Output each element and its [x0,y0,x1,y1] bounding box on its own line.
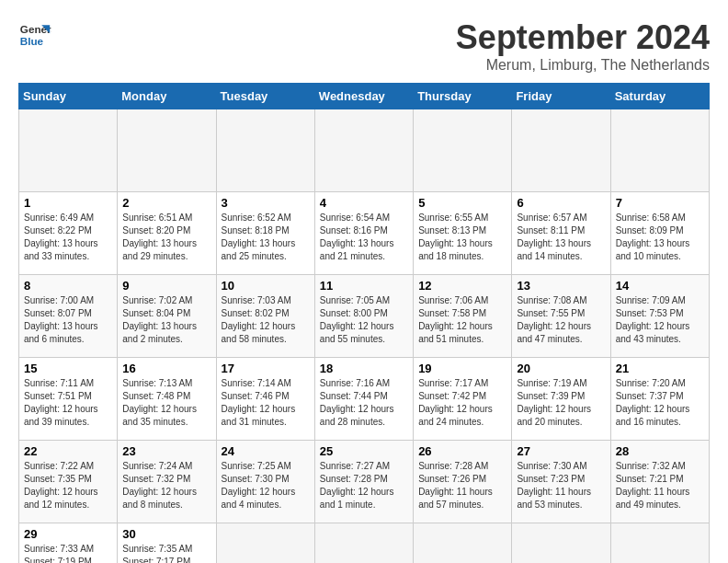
calendar-cell: 3Sunrise: 6:52 AM Sunset: 8:18 PM Daylig… [216,192,314,275]
day-number: 6 [517,196,605,210]
month-title: September 2024 [456,18,710,57]
day-number: 25 [320,444,408,458]
day-info: Sunrise: 7:16 AM Sunset: 7:44 PM Dayligh… [320,377,408,429]
title-block: September 2024 Merum, Limburg, The Nethe… [456,18,710,74]
calendar-cell: 25Sunrise: 7:27 AM Sunset: 7:28 PM Dayli… [314,441,413,523]
calendar-cell: 8Sunrise: 7:00 AM Sunset: 8:07 PM Daylig… [19,275,118,358]
calendar-cell: 17Sunrise: 7:14 AM Sunset: 7:46 PM Dayli… [216,358,314,441]
day-number: 12 [418,279,506,293]
day-number: 21 [616,362,704,375]
page-header: General Blue September 2024 Merum, Limbu… [18,18,710,74]
day-info: Sunrise: 6:54 AM Sunset: 8:16 PM Dayligh… [320,212,408,263]
day-number: 29 [24,527,112,541]
calendar-table: SundayMondayTuesdayWednesdayThursdayFrid… [18,83,710,563]
day-info: Sunrise: 6:51 AM Sunset: 8:20 PM Dayligh… [122,212,210,263]
day-number: 16 [122,362,210,375]
calendar-cell: 26Sunrise: 7:28 AM Sunset: 7:26 PM Dayli… [414,441,512,523]
day-info: Sunrise: 7:25 AM Sunset: 7:30 PM Dayligh… [222,460,310,511]
calendar-cell: 15Sunrise: 7:11 AM Sunset: 7:51 PM Dayli… [19,358,118,441]
calendar-cell: 14Sunrise: 7:09 AM Sunset: 7:53 PM Dayli… [610,275,709,358]
calendar-week-4: 22Sunrise: 7:22 AM Sunset: 7:35 PM Dayli… [19,441,710,523]
day-info: Sunrise: 7:08 AM Sunset: 7:55 PM Dayligh… [517,294,605,346]
calendar-cell: 4Sunrise: 6:54 AM Sunset: 8:16 PM Daylig… [314,192,413,275]
calendar-cell: 21Sunrise: 7:20 AM Sunset: 7:37 PM Dayli… [610,358,709,441]
day-number: 30 [122,527,210,541]
day-number: 17 [222,362,310,375]
day-info: Sunrise: 7:35 AM Sunset: 7:17 PM Dayligh… [122,543,210,563]
calendar-week-3: 15Sunrise: 7:11 AM Sunset: 7:51 PM Dayli… [19,358,710,441]
calendar-week-1: 1Sunrise: 6:49 AM Sunset: 8:22 PM Daylig… [19,192,710,275]
logo: General Blue [18,18,51,52]
calendar-cell: 12Sunrise: 7:06 AM Sunset: 7:58 PM Dayli… [414,275,512,358]
calendar-cell [314,523,413,564]
day-number: 4 [320,196,408,210]
day-info: Sunrise: 7:13 AM Sunset: 7:48 PM Dayligh… [122,377,210,429]
day-number: 7 [616,196,704,210]
weekday-thursday: Thursday [414,84,512,109]
calendar-cell: 27Sunrise: 7:30 AM Sunset: 7:23 PM Dayli… [512,441,610,523]
day-info: Sunrise: 7:28 AM Sunset: 7:26 PM Dayligh… [418,460,506,511]
weekday-saturday: Saturday [610,84,709,109]
day-info: Sunrise: 7:14 AM Sunset: 7:46 PM Dayligh… [222,377,310,429]
day-info: Sunrise: 7:03 AM Sunset: 8:02 PM Dayligh… [222,294,310,346]
day-info: Sunrise: 7:27 AM Sunset: 7:28 PM Dayligh… [320,460,408,511]
day-info: Sunrise: 7:17 AM Sunset: 7:42 PM Dayligh… [418,377,506,429]
calendar-cell: 16Sunrise: 7:13 AM Sunset: 7:48 PM Dayli… [118,358,216,441]
calendar-cell: 24Sunrise: 7:25 AM Sunset: 7:30 PM Dayli… [216,441,314,523]
calendar-cell: 6Sunrise: 6:57 AM Sunset: 8:11 PM Daylig… [512,192,610,275]
day-number: 22 [24,444,112,458]
day-info: Sunrise: 7:20 AM Sunset: 7:37 PM Dayligh… [616,377,704,429]
day-info: Sunrise: 7:06 AM Sunset: 7:58 PM Dayligh… [418,294,506,346]
calendar-week-2: 8Sunrise: 7:00 AM Sunset: 8:07 PM Daylig… [19,275,710,358]
calendar-cell [610,109,709,192]
day-info: Sunrise: 7:02 AM Sunset: 8:04 PM Dayligh… [122,294,210,346]
calendar-cell: 9Sunrise: 7:02 AM Sunset: 8:04 PM Daylig… [118,275,216,358]
calendar-cell: 10Sunrise: 7:03 AM Sunset: 8:02 PM Dayli… [216,275,314,358]
calendar-cell: 28Sunrise: 7:32 AM Sunset: 7:21 PM Dayli… [610,441,709,523]
weekday-friday: Friday [512,84,610,109]
calendar-cell: 30Sunrise: 7:35 AM Sunset: 7:17 PM Dayli… [118,523,216,564]
day-info: Sunrise: 6:49 AM Sunset: 8:22 PM Dayligh… [24,212,112,263]
day-number: 8 [24,279,112,293]
day-info: Sunrise: 6:55 AM Sunset: 8:13 PM Dayligh… [418,212,506,263]
calendar-cell [414,109,512,192]
calendar-cell: 2Sunrise: 6:51 AM Sunset: 8:20 PM Daylig… [118,192,216,275]
day-number: 19 [418,362,506,375]
calendar-cell [512,523,610,564]
day-info: Sunrise: 7:22 AM Sunset: 7:35 PM Dayligh… [24,460,112,511]
day-info: Sunrise: 7:11 AM Sunset: 7:51 PM Dayligh… [24,377,112,429]
day-info: Sunrise: 7:32 AM Sunset: 7:21 PM Dayligh… [616,460,704,511]
calendar-cell: 18Sunrise: 7:16 AM Sunset: 7:44 PM Dayli… [314,358,413,441]
day-number: 15 [24,362,112,375]
calendar-cell: 11Sunrise: 7:05 AM Sunset: 8:00 PM Dayli… [314,275,413,358]
calendar-cell: 22Sunrise: 7:22 AM Sunset: 7:35 PM Dayli… [19,441,118,523]
calendar-cell: 20Sunrise: 7:19 AM Sunset: 7:39 PM Dayli… [512,358,610,441]
calendar-cell [414,523,512,564]
calendar-cell [314,109,413,192]
calendar-week-5: 29Sunrise: 7:33 AM Sunset: 7:19 PM Dayli… [19,523,710,564]
day-number: 18 [320,362,408,375]
day-info: Sunrise: 7:00 AM Sunset: 8:07 PM Dayligh… [24,294,112,346]
calendar-cell: 5Sunrise: 6:55 AM Sunset: 8:13 PM Daylig… [414,192,512,275]
calendar-cell: 19Sunrise: 7:17 AM Sunset: 7:42 PM Dayli… [414,358,512,441]
day-number: 1 [24,196,112,210]
day-info: Sunrise: 7:30 AM Sunset: 7:23 PM Dayligh… [517,460,605,511]
day-number: 23 [122,444,210,458]
calendar-cell [216,523,314,564]
day-number: 5 [418,196,506,210]
calendar-cell: 23Sunrise: 7:24 AM Sunset: 7:32 PM Dayli… [118,441,216,523]
day-number: 28 [616,444,704,458]
day-number: 9 [122,279,210,293]
calendar-cell: 7Sunrise: 6:58 AM Sunset: 8:09 PM Daylig… [610,192,709,275]
calendar-cell [512,109,610,192]
day-number: 14 [616,279,704,293]
day-info: Sunrise: 6:57 AM Sunset: 8:11 PM Dayligh… [517,212,605,263]
calendar-cell [216,109,314,192]
calendar-cell [610,523,709,564]
day-number: 11 [320,279,408,293]
weekday-tuesday: Tuesday [216,84,314,109]
weekday-header-row: SundayMondayTuesdayWednesdayThursdayFrid… [19,84,710,109]
day-info: Sunrise: 7:33 AM Sunset: 7:19 PM Dayligh… [24,543,112,563]
location: Merum, Limburg, The Netherlands [456,57,710,74]
weekday-sunday: Sunday [19,84,118,109]
